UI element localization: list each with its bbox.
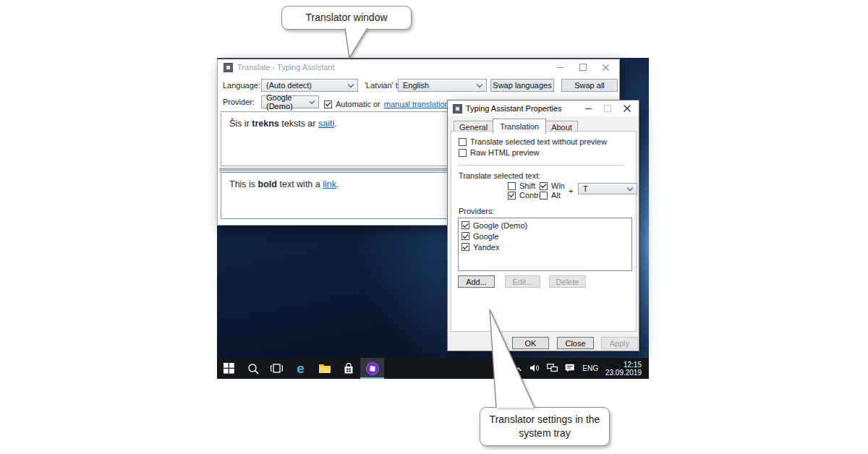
translate-without-preview-checkbox[interactable] (459, 138, 467, 146)
hotkey-key-select[interactable]: T (578, 183, 637, 194)
callout-translator-window: Translator window (281, 6, 412, 30)
raw-html-preview-checkbox[interactable] (459, 149, 467, 157)
provider-checkbox[interactable] (461, 243, 469, 251)
provider-checkbox[interactable] (461, 221, 469, 229)
volume-icon[interactable] (529, 362, 540, 375)
network-icon[interactable] (547, 362, 558, 375)
edge-button[interactable]: e (289, 358, 312, 379)
edit-button: Edit... (505, 275, 540, 288)
store-button[interactable] (336, 358, 360, 379)
minimize-icon[interactable] (585, 108, 592, 109)
language-select[interactable]: (Auto detect) (261, 79, 358, 92)
hotkey-shift-checkbox[interactable] (508, 182, 516, 190)
separator (459, 165, 624, 166)
clock[interactable]: 12:15 23.09.2019 (605, 361, 642, 377)
providers-label: Providers: (459, 205, 495, 218)
start-button[interactable] (217, 358, 241, 379)
maximize-icon (604, 105, 611, 112)
tab-translation[interactable]: Translation (493, 119, 546, 134)
add-button[interactable]: Add... (458, 275, 495, 288)
provider-select[interactable]: Google (Demo) (261, 95, 319, 108)
translator-taskbar-button[interactable] (360, 358, 384, 379)
search-icon (247, 363, 259, 374)
search-button[interactable] (241, 358, 265, 379)
automatic-label: Automatic or (336, 98, 380, 111)
file-explorer-button[interactable] (312, 358, 336, 379)
swap-languages-button[interactable]: Swap languages (490, 79, 554, 92)
edge-icon: e (297, 361, 305, 375)
language-label: Language: (223, 79, 260, 92)
language-indicator[interactable]: ENG (582, 364, 598, 372)
close-icon[interactable] (603, 64, 609, 71)
task-view-icon (271, 363, 283, 374)
translation-link[interactable]: link (323, 179, 336, 189)
properties-dialog: Typing Assistant Properties General Tran… (447, 100, 639, 351)
desktop-screenshot: Translate - Typing Assistant Language: (… (217, 58, 649, 379)
provider-checkbox[interactable] (461, 232, 469, 240)
minimize-icon[interactable] (557, 67, 563, 68)
close-icon[interactable] (624, 105, 631, 112)
swap-all-button[interactable]: Swap all (561, 79, 618, 92)
system-tray: ENG 12:15 23.09.2019 (514, 358, 649, 379)
dialog-app-icon (453, 104, 462, 113)
hotkey-win-checkbox[interactable] (540, 182, 548, 190)
hotkey-alt-checkbox[interactable] (540, 192, 548, 200)
translation-tab-page: Translate selected text without preview … (451, 131, 637, 332)
ok-button[interactable]: OK (512, 337, 549, 349)
translator-icon (365, 361, 380, 376)
close-button[interactable]: Close (557, 337, 594, 349)
direction-label: 'Latvian' to (365, 79, 402, 92)
callout-translator-settings: Translator settings in the system tray (480, 407, 610, 446)
plus-sign: + (569, 187, 573, 195)
apply-button: Apply (601, 337, 638, 349)
provider-item[interactable]: Google (461, 231, 629, 241)
windows-logo-icon (224, 363, 234, 374)
maximize-icon[interactable] (579, 64, 587, 71)
chevron-down-icon (348, 81, 354, 87)
provider-item[interactable]: Google (Demo) (461, 220, 629, 230)
source-link[interactable]: saiti (318, 119, 334, 129)
provider-item[interactable]: Yandex (461, 242, 629, 252)
manual-translation-link[interactable]: manual translation (384, 98, 449, 111)
tray-chevron-up-icon[interactable] (514, 362, 522, 375)
chevron-down-icon (477, 81, 482, 87)
automatic-checkbox[interactable] (324, 100, 332, 108)
file-explorer-icon (318, 363, 331, 374)
page: Translate - Typing Assistant Language: (… (0, 0, 868, 454)
translator-titlebar: Translate - Typing Assistant (218, 59, 619, 75)
target-language-select[interactable]: English (398, 79, 487, 92)
store-icon (343, 363, 354, 374)
taskbar: e (217, 358, 649, 379)
task-view-button[interactable] (265, 358, 289, 379)
translator-app-icon (224, 63, 233, 72)
notification-icon[interactable] (565, 362, 575, 375)
translator-window-title: Translate - Typing Assistant (237, 63, 335, 72)
provider-label: Provider: (223, 95, 255, 108)
dialog-title: Typing Assistant Properties (466, 104, 562, 113)
delete-button: Delete (549, 275, 586, 288)
dialog-titlebar: Typing Assistant Properties (448, 100, 639, 116)
callout-tail-top (345, 28, 367, 58)
chevron-down-icon (627, 184, 633, 190)
providers-listbox: Google (Demo) Google Yandex (458, 218, 632, 271)
hotkey-section-label: Translate selected text: (459, 169, 540, 182)
hotkey-control-checkbox[interactable] (508, 192, 516, 200)
